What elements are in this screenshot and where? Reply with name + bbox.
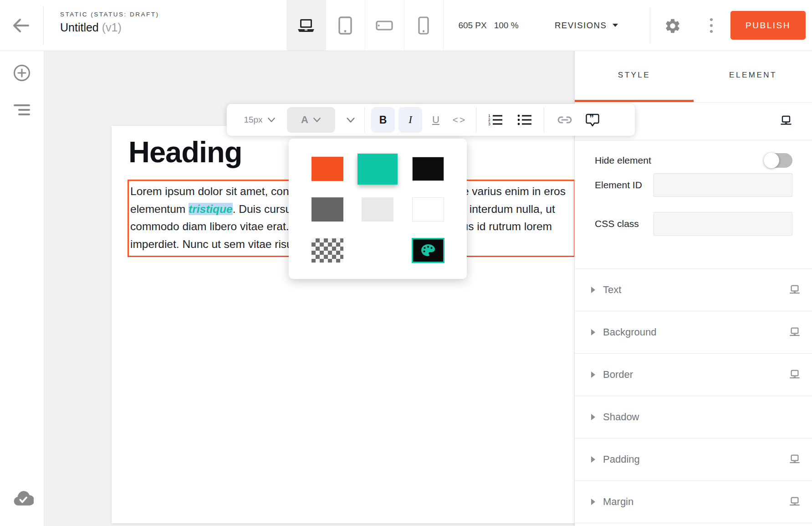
unordered-list-button[interactable] [510,107,539,133]
more-format-dropdown[interactable] [342,107,360,133]
ordered-list-icon: 1 2 3 [488,113,503,126]
back-button[interactable] [10,15,32,36]
svg-text:”: ” [589,113,594,123]
tab-style-active[interactable]: STYLE [575,51,694,100]
device-divider [443,0,444,51]
tablet-icon [338,16,352,35]
section-padding[interactable]: Padding [575,438,812,480]
canvas-zoom-label: 100 % [494,21,519,31]
add-element-button[interactable] [13,64,31,82]
quote-bubble-icon: ” [585,113,600,127]
section-text[interactable]: Text [575,268,812,311]
swatch-orange[interactable] [312,157,343,181]
section-margin[interactable]: Margin [575,480,812,523]
plus-circle-icon [13,64,31,82]
element-id-input[interactable] [654,173,792,197]
topbar-divider [43,6,44,45]
chevron-down-icon [267,117,276,123]
canvas-width-label: 605 PX [458,21,486,31]
chevron-down-icon [346,117,355,123]
device-scope-icon[interactable] [780,115,792,127]
device-scope-icon[interactable] [789,496,801,507]
section-background[interactable]: Background [575,311,812,353]
device-tablet-button[interactable] [326,0,365,51]
revisions-dropdown[interactable]: REVISIONS [555,0,618,51]
more-options-button[interactable] [705,16,718,35]
triangle-right-icon [590,371,596,378]
ordered-list-button[interactable]: 1 2 3 [481,107,510,133]
toolbar-divider [364,107,365,133]
phone-landscape-icon [376,21,393,31]
publish-button[interactable]: PUBLISH [730,11,806,40]
swatch-light-gray[interactable] [362,197,393,222]
bold-button-active[interactable]: B [371,107,395,133]
device-phone-button[interactable] [404,0,443,51]
font-size-dropdown[interactable]: 15px [239,107,281,133]
triangle-right-icon [590,329,596,336]
code-button[interactable]: <> [448,107,471,133]
page-title: Untitled (v1) [60,21,159,34]
tab-element[interactable]: ELEMENT [694,51,812,100]
page-status-kicker: STATIC (STATUS: DRAFT) [60,11,159,18]
kebab-menu-icon [710,18,713,33]
topbar-divider [650,7,650,44]
selected-word: tristique [189,203,233,215]
left-rail [0,51,44,526]
caret-down-icon [612,23,618,27]
chevron-down-icon [313,117,321,123]
css-class-label: CSS class [595,218,639,229]
section-shadow[interactable]: Shadow [575,396,812,438]
top-bar: STATIC (STATUS: DRAFT) Untitled (v1) [0,0,812,51]
phone-icon [418,16,429,35]
triangle-right-icon [590,456,596,463]
italic-button-active[interactable]: I [398,107,422,133]
page-version: (v1) [102,21,122,34]
svg-text:3: 3 [488,122,490,126]
quote-button[interactable]: ” [578,107,607,133]
hide-element-label: Hide element [595,155,651,166]
swatch-transparent[interactable] [312,238,343,263]
sidebar-tabs: STYLE ELEMENT [575,51,812,103]
toolbar-divider [544,107,544,133]
device-scope-icon[interactable] [789,284,801,295]
device-desktop-button[interactable] [286,0,326,51]
laptop-icon [297,18,315,33]
cloud-check-icon [13,491,34,506]
css-class-row: CSS class [595,211,792,236]
css-class-input[interactable] [654,212,792,236]
device-phone-landscape-button[interactable] [365,0,404,51]
device-scope-icon[interactable] [789,454,801,465]
heading-element[interactable]: Heading [128,135,242,169]
swatch-custom[interactable] [412,238,444,263]
swatch-white[interactable] [412,197,444,222]
save-status-indicator [13,491,31,509]
section-border[interactable]: Border [575,353,812,396]
hide-element-toggle-off[interactable] [764,153,792,168]
underline-button[interactable]: U [425,107,447,133]
text-color-picker-popover [289,139,467,279]
swatch-black[interactable] [412,157,444,181]
sidebar-divider [575,140,812,140]
element-id-row: Element ID [595,173,792,197]
triangle-right-icon [590,498,596,505]
element-id-label: Element ID [595,180,642,191]
device-scope-icon[interactable] [789,327,801,338]
toolbar-divider [476,107,476,133]
triangle-right-icon [590,286,596,294]
style-section-list: Text Background Border [575,268,812,526]
unordered-list-icon [517,113,532,126]
toggle-knob [764,153,779,168]
link-icon [557,115,572,125]
text-format-toolbar: 15px A B I U <> 1 2 3 [227,104,635,136]
swatch-teal[interactable] [357,154,398,185]
section-list-end [575,523,812,526]
swatch-dark-gray[interactable] [312,197,343,222]
device-scope-icon[interactable] [789,369,801,380]
outline-tree-button[interactable] [13,103,31,122]
settings-button[interactable] [664,17,681,35]
page-title-block: STATIC (STATUS: DRAFT) Untitled (v1) [60,11,159,34]
hide-element-row: Hide element [595,147,792,174]
text-color-dropdown-active[interactable]: A [287,107,335,133]
link-button[interactable] [552,107,578,133]
canvas-size-info: 605 PX 100 % [449,0,528,51]
